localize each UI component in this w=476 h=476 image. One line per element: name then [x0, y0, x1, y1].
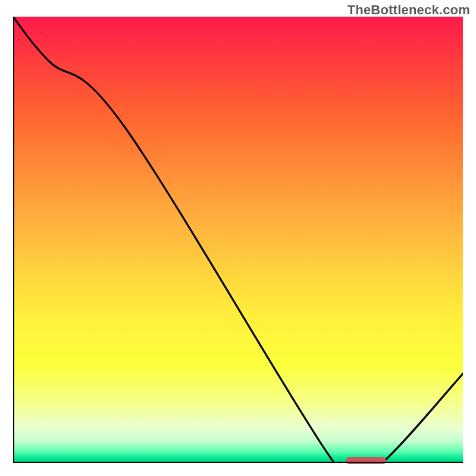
- plot-area: [13, 17, 463, 463]
- bottleneck-curve-path: [13, 17, 463, 463]
- optimal-range-marker: [346, 457, 386, 464]
- chart-root: TheBottleneck.com: [0, 0, 476, 476]
- curve-layer: [13, 17, 463, 463]
- watermark-text: TheBottleneck.com: [347, 2, 470, 18]
